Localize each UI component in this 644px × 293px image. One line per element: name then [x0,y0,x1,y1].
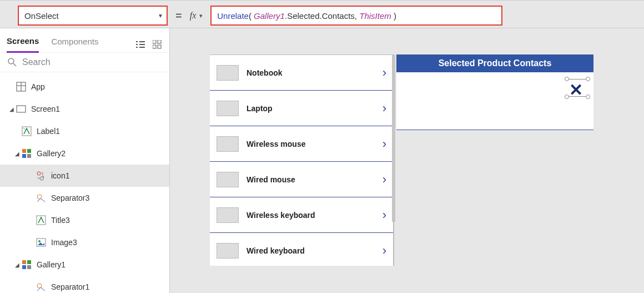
svg-point-22 [37,172,41,175]
divider [0,0,644,1]
svg-rect-3 [139,44,145,45]
product-thumbnail [217,243,239,259]
list-item[interactable]: Wired keyboard › [210,233,393,269]
label-icon [36,215,47,226]
formula-arg2: ThisItem [359,11,391,21]
fx-icon[interactable]: fx [190,11,197,21]
chevron-right-icon[interactable]: › [383,244,386,258]
product-name: Laptop [246,104,383,113]
svg-point-32 [37,284,42,288]
svg-point-10 [8,58,14,64]
contacts-panel: Selected Product Contacts ✕ [396,54,593,130]
svg-rect-28 [22,260,26,264]
svg-rect-30 [22,265,26,269]
property-selector[interactable]: OnSelect ▾ [18,6,168,26]
svg-line-17 [23,128,25,130]
separator-icon [36,281,47,292]
equals-sign: = [175,9,182,22]
list-item[interactable]: Wired mouse › [210,162,393,197]
chevron-right-icon[interactable]: › [383,137,386,151]
search-input[interactable]: Search [0,53,169,72]
contacts-gallery[interactable]: ✕ [396,72,593,130]
list-item[interactable]: Wireless mouse › [210,126,393,162]
tree-item-screen1[interactable]: ◢ Screen1 [0,98,169,120]
chevron-down-icon: ▾ [159,12,162,19]
list-item[interactable]: Laptop › [210,91,393,126]
grid-view-icon[interactable] [153,40,162,49]
caret-down-icon: ◢ [13,262,21,268]
svg-rect-21 [27,154,31,158]
app-icon [16,81,27,92]
svg-rect-18 [22,149,26,153]
chevron-down-icon[interactable]: ▾ [199,12,203,19]
tree-item-image3[interactable]: Image3 [0,231,169,254]
resize-handle[interactable] [586,95,590,99]
svg-line-11 [13,63,16,66]
canvas-area: Notebook › Laptop › Wireless mouse › Wir… [170,28,644,293]
chevron-right-icon[interactable]: › [383,208,386,222]
chevron-right-icon[interactable]: › [383,101,386,116]
tree-item-title3[interactable]: Title3 [0,209,169,231]
svg-rect-5 [139,47,145,48]
resize-handle[interactable] [586,77,590,81]
svg-rect-29 [27,260,31,264]
tree-view: App ◢ Screen1 Label1 ◢ Gallery2 + [0,72,169,293]
svg-rect-19 [27,149,31,153]
tree-item-gallery1[interactable]: ◢ Gallery1 [0,254,169,276]
product-thumbnail [217,101,239,116]
property-name: OnSelect [24,11,59,21]
image-icon [36,237,47,248]
gallery-icon [21,259,32,270]
resize-handle[interactable] [565,95,569,99]
svg-rect-4 [136,47,138,48]
selected-control-icon1[interactable]: ✕ [565,77,590,99]
chevron-right-icon[interactable]: › [383,66,386,80]
tree-item-separator3[interactable]: Separator3 [0,187,169,209]
svg-rect-15 [17,106,26,112]
svg-point-27 [38,240,41,242]
formula-arg1-rest: .Selected.Contacts, [285,11,357,21]
formula-input[interactable]: Unrelate ( Gallery1 .Selected.Contacts, … [210,6,502,26]
formula-function: Unrelate [217,11,249,21]
svg-rect-0 [136,41,138,42]
label-icon [21,126,32,137]
product-thumbnail [217,172,239,187]
svg-rect-20 [22,154,26,158]
product-gallery[interactable]: Notebook › Laptop › Wireless mouse › Wir… [210,54,394,266]
contacts-header: Selected Product Contacts [396,54,593,72]
resize-handle[interactable] [565,77,569,81]
scrollbar[interactable] [392,55,395,222]
svg-text:+: + [37,176,40,181]
tree-item-icon1[interactable]: + icon1 [0,165,169,187]
formula-close: ) [391,11,396,21]
list-item[interactable]: Wireless keyboard › [210,197,393,233]
svg-rect-7 [158,40,161,43]
tab-screens[interactable]: Screens [7,36,39,53]
tree-tabs: Screens Components [0,28,169,53]
product-name: Wired keyboard [246,246,383,255]
tab-components[interactable]: Components [51,37,98,52]
gallery-icon [21,148,32,159]
product-name: Wireless mouse [246,140,383,148]
tree-item-gallery2[interactable]: ◢ Gallery2 [0,142,169,165]
svg-rect-2 [136,44,138,45]
svg-point-24 [37,195,42,199]
screen-icon [16,103,27,115]
search-icon [8,58,17,67]
chevron-right-icon[interactable]: › [383,172,386,187]
tree-item-app[interactable]: App [0,76,169,98]
caret-down-icon: ◢ [8,106,16,112]
tree-view-panel: Screens Components Search App ◢ [0,28,170,293]
product-thumbnail [217,207,239,223]
list-item[interactable]: Notebook › [210,55,393,91]
search-placeholder: Search [22,57,51,67]
product-thumbnail [217,136,239,152]
tree-item-label1[interactable]: Label1 [0,120,169,142]
list-view-icon[interactable] [136,40,145,49]
product-name: Wireless keyboard [246,211,383,220]
svg-rect-31 [27,265,31,269]
formula-arg1-obj: Gallery1 [254,11,285,21]
tree-item-separator1[interactable]: Separator1 [0,276,169,293]
separator-icon [36,192,47,203]
product-name: Wired mouse [246,175,383,184]
